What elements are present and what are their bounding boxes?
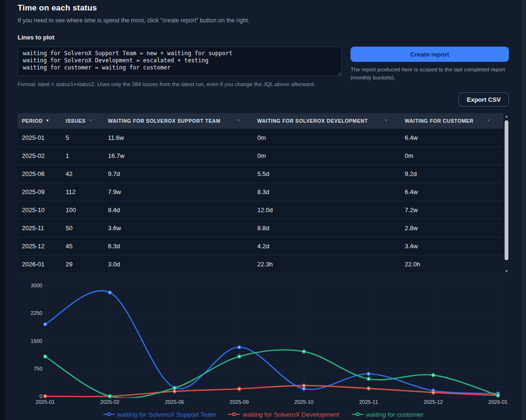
y-axis-tick-label: 0 xyxy=(39,393,42,399)
sort-arrow-icon[interactable]: ▼ xyxy=(384,118,388,123)
table-cell: 8.4d xyxy=(104,201,253,219)
x-axis-tick-label: 2025-06 xyxy=(165,399,184,405)
right-edge-strip xyxy=(522,0,526,420)
x-axis-tick-label: 2025-11 xyxy=(359,399,378,405)
column-header[interactable]: WAITING FOR SOLVEROX DEVELOPMENT▼ xyxy=(253,113,400,128)
x-axis-tick-label: 2025-09 xyxy=(230,399,249,405)
legend-label: waiting for SolveroX Development xyxy=(243,411,339,418)
lines-to-plot-textarea[interactable]: waiting for SolveroX Support Team = new … xyxy=(18,47,342,76)
legend-line-marker-icon xyxy=(228,412,240,417)
legend-label: waiting for SolveroX Support Team xyxy=(117,411,216,418)
column-header[interactable]: ISSUES▼ xyxy=(61,113,104,128)
x-axis-tick-label: 2025-12 xyxy=(424,399,443,405)
table-cell: 5 xyxy=(61,128,104,147)
left-edge-strip xyxy=(0,0,5,420)
column-header-label: WAITING FOR SOLVEROX DEVELOPMENT xyxy=(257,118,368,124)
table-row: 2025-06429.7d5.5d9.2d xyxy=(18,165,503,183)
status-table-wrap: PERIOD▼ISSUES▼WAITING FOR SOLVEROX SUPPO… xyxy=(18,113,509,273)
table-cell: 3.6w xyxy=(104,219,253,237)
scrollbar-down-icon[interactable]: ▼ xyxy=(504,269,509,274)
table-scrollbar[interactable]: ▲ ▼ xyxy=(504,114,509,274)
sort-arrow-icon[interactable]: ▼ xyxy=(236,118,241,123)
export-csv-button[interactable]: Export CSV xyxy=(458,92,509,107)
export-row: Export CSV xyxy=(18,92,509,107)
table-cell: 2025-09 xyxy=(18,183,61,201)
plot-input-column: waiting for SolveroX Support Team = new … xyxy=(18,47,342,87)
x-axis-tick-label: 2025-02 xyxy=(100,399,119,405)
status-line-chart[interactable]: 07501500225030002025-012025-022025-06202… xyxy=(18,281,509,409)
column-header[interactable]: PERIOD▼ xyxy=(18,113,61,128)
table-cell: 22.3h xyxy=(253,255,400,273)
lines-to-plot-label: Lines to plot xyxy=(18,34,509,41)
table-cell: 50 xyxy=(61,219,104,237)
table-cell: 3.4w xyxy=(400,237,503,255)
format-hint: Format: label = status1+status2. Uses on… xyxy=(18,81,342,87)
table-row: 2025-091127.9w8.3d6.4w xyxy=(18,183,503,201)
y-axis-tick-label: 1500 xyxy=(31,338,42,343)
sort-arrow-icon[interactable]: ▼ xyxy=(88,118,93,123)
table-cell: 6.4w xyxy=(400,128,503,147)
report-action-column: Create report The report produced here i… xyxy=(351,47,509,81)
table-row: 2025-12456.3d4.2d3.4w xyxy=(18,237,503,255)
chart-line xyxy=(45,291,498,393)
legend-label: waiting for customer xyxy=(366,411,424,418)
table-cell: 6.3d xyxy=(104,237,253,255)
table-cell: 0m xyxy=(400,147,503,165)
table-cell: 29 xyxy=(61,255,104,273)
table-cell: 0m xyxy=(253,128,400,147)
legend-item[interactable]: waiting for SolveroX Support Team xyxy=(103,411,216,418)
table-row: 2025-01511.6w0m6.4w xyxy=(18,128,503,147)
table-cell: 6.4w xyxy=(400,183,503,201)
table-cell: 9.2d xyxy=(400,165,503,183)
table-header-row: PERIOD▼ISSUES▼WAITING FOR SOLVEROX SUPPO… xyxy=(18,113,503,128)
sort-arrow-icon[interactable]: ▼ xyxy=(46,118,50,123)
y-axis-tick-label: 750 xyxy=(34,365,42,371)
table-cell: 4.2d xyxy=(253,237,400,255)
chart-legend: waiting for SolveroX Support Teamwaiting… xyxy=(18,411,509,418)
table-cell: 2025-01 xyxy=(18,128,61,147)
legend-item[interactable]: waiting for customer xyxy=(352,411,424,418)
table-cell: 42 xyxy=(61,165,104,183)
legend-item[interactable]: waiting for SolveroX Development xyxy=(228,411,339,418)
legend-line-marker-icon xyxy=(352,412,363,417)
table-cell: 8.3d xyxy=(253,183,400,201)
create-report-button[interactable]: Create report xyxy=(351,47,509,62)
chart-line xyxy=(45,385,498,396)
table-cell: 9.7d xyxy=(104,165,253,183)
table-cell: 2025-02 xyxy=(18,147,61,165)
report-page: Time on each status If you need to see w… xyxy=(18,3,509,418)
table-cell: 112 xyxy=(61,183,104,201)
table-cell: 2025-12 xyxy=(18,237,61,255)
table-cell: 2025-11 xyxy=(18,219,61,237)
scrollbar-up-icon[interactable]: ▲ xyxy=(504,114,509,119)
scrollbar-thumb[interactable] xyxy=(505,120,508,260)
column-header[interactable]: WAITING FOR CUSTOMER▼ xyxy=(400,113,503,128)
table-cell: 2025-06 xyxy=(18,165,61,183)
x-axis-tick-label: 2026-01 xyxy=(488,399,507,405)
table-cell: 0m xyxy=(253,147,400,165)
chart-line xyxy=(45,350,498,398)
status-table: PERIOD▼ISSUES▼WAITING FOR SOLVEROX SUPPO… xyxy=(18,113,503,273)
sort-arrow-icon[interactable]: ▼ xyxy=(487,118,491,123)
x-axis-tick-label: 2025-10 xyxy=(294,399,313,405)
table-cell: 7.9w xyxy=(104,183,253,201)
legend-line-marker-icon xyxy=(103,412,115,417)
column-header-label: ISSUES xyxy=(66,118,86,124)
table-row: 2025-11503.6w8.8d2.8w xyxy=(18,219,503,237)
table-cell: 16.7w xyxy=(104,147,253,165)
page-title: Time on each status xyxy=(18,3,509,13)
table-cell: 2025-10 xyxy=(18,201,61,219)
page-subtitle: If you need to see where time is spend t… xyxy=(18,17,509,24)
table-cell: 12.0d xyxy=(253,201,400,219)
y-axis-tick-label: 2250 xyxy=(31,310,42,316)
table-cell: 5.5d xyxy=(253,165,400,183)
table-cell: 45 xyxy=(61,237,104,255)
table-cell: 2026-01 xyxy=(18,255,61,273)
column-header-label: WAITING FOR CUSTOMER xyxy=(405,118,474,124)
table-cell: 11.6w xyxy=(104,128,253,147)
table-cell: 100 xyxy=(61,201,104,219)
chart-section: 07501500225030002025-012025-022025-06202… xyxy=(18,281,509,418)
table-cell: 7.2w xyxy=(400,201,503,219)
column-header[interactable]: WAITING FOR SOLVEROX SUPPORT TEAM▼ xyxy=(104,113,253,128)
column-header-label: WAITING FOR SOLVEROX SUPPORT TEAM xyxy=(108,118,221,124)
